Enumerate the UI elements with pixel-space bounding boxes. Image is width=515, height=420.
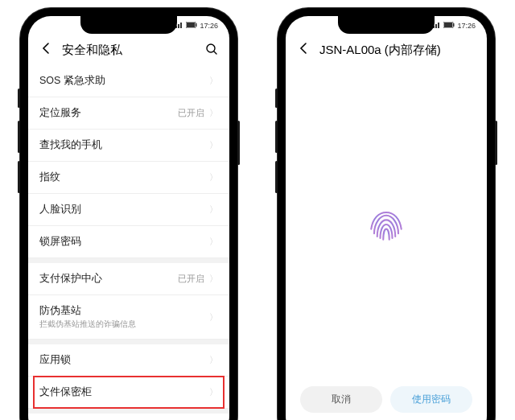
row-face[interactable]: 人脸识别 〉 xyxy=(28,194,229,226)
row-label: 防伪基站 xyxy=(39,304,209,318)
row-label: 查找我的手机 xyxy=(39,138,209,152)
screen-right: 17:26 JSN-AL00a (内部存储) xyxy=(286,16,487,420)
settings-list[interactable]: SOS 紧急求助 〉 定位服务 已开启 〉 查找我的手机 〉 指纹 〉 人脸识别… xyxy=(28,65,229,420)
svg-rect-2 xyxy=(196,23,197,27)
row-label: 应用锁 xyxy=(39,353,209,367)
fingerprint-icon[interactable] xyxy=(362,200,410,249)
row-payprotect[interactable]: 支付保护中心 已开启 〉 xyxy=(28,258,229,295)
status-time: 17:26 xyxy=(457,22,476,30)
row-applock[interactable]: 应用锁 〉 xyxy=(28,340,229,377)
svg-point-3 xyxy=(207,44,215,52)
battery-icon xyxy=(186,22,197,30)
row-label: 文件保密柜 xyxy=(39,385,209,399)
screen-left: 17:26 安全和隐私 SOS 紧急求助 〉 定位服务 已开启 〉 查找 xyxy=(28,16,229,420)
cancel-button[interactable]: 取消 xyxy=(300,386,382,413)
row-label: 指纹 xyxy=(39,171,209,184)
phone-right: 17:26 JSN-AL00a (内部存储) xyxy=(278,8,495,420)
back-button[interactable] xyxy=(39,42,52,59)
chevron-right-icon: 〉 xyxy=(209,107,218,119)
use-password-button[interactable]: 使用密码 xyxy=(390,386,472,413)
chevron-right-icon: 〉 xyxy=(209,273,218,285)
fingerprint-area xyxy=(286,65,487,383)
nav-bar: ◁ ○ □ xyxy=(28,416,229,420)
battery-icon xyxy=(443,22,455,30)
header: JSN-AL00a (内部存储) xyxy=(286,35,487,65)
row-label: 支付保护中心 xyxy=(39,272,178,286)
row-antifake[interactable]: 防伪基站 拦截伪基站推送的诈骗信息 〉 xyxy=(28,295,229,340)
row-label: 锁屏密码 xyxy=(39,235,209,249)
row-status: 已开启 xyxy=(178,108,204,119)
row-sublabel: 拦截伪基站推送的诈骗信息 xyxy=(39,319,209,330)
row-lockpwd[interactable]: 锁屏密码 〉 xyxy=(28,226,229,258)
row-label: 定位服务 xyxy=(39,106,178,120)
page-title: 安全和隐私 xyxy=(62,43,196,58)
chevron-right-icon: 〉 xyxy=(209,311,218,323)
chevron-right-icon: 〉 xyxy=(209,386,218,398)
chevron-right-icon: 〉 xyxy=(209,354,218,366)
row-location[interactable]: 定位服务 已开启 〉 xyxy=(28,97,229,130)
row-filesafe[interactable]: 文件保密柜 〉 xyxy=(28,377,229,409)
nav-bar: ◁ ○ □ xyxy=(286,416,487,420)
chevron-right-icon: 〉 xyxy=(209,204,218,216)
button-row: 取消 使用密码 xyxy=(286,386,487,413)
row-label: SOS 紧急求助 xyxy=(39,74,209,88)
row-fingerprint[interactable]: 指纹 〉 xyxy=(28,162,229,194)
svg-rect-5 xyxy=(444,23,452,27)
svg-rect-6 xyxy=(453,23,455,27)
chevron-right-icon: 〉 xyxy=(209,75,218,87)
row-label: 人脸识别 xyxy=(39,203,209,216)
status-time: 17:26 xyxy=(200,22,218,30)
header: 安全和隐私 xyxy=(28,35,229,65)
search-icon[interactable] xyxy=(205,43,218,59)
page-title: JSN-AL00a (内部存储) xyxy=(319,43,476,58)
chevron-right-icon: 〉 xyxy=(209,171,218,183)
phone-left: 17:26 安全和隐私 SOS 紧急求助 〉 定位服务 已开启 〉 查找 xyxy=(20,8,237,420)
row-findphone[interactable]: 查找我的手机 〉 xyxy=(28,130,229,162)
row-sos[interactable]: SOS 紧急求助 〉 xyxy=(28,65,229,97)
svg-rect-1 xyxy=(187,23,195,27)
chevron-right-icon: 〉 xyxy=(209,236,218,248)
row-status: 已开启 xyxy=(178,274,204,285)
chevron-right-icon: 〉 xyxy=(209,139,218,151)
back-button[interactable] xyxy=(297,42,310,59)
